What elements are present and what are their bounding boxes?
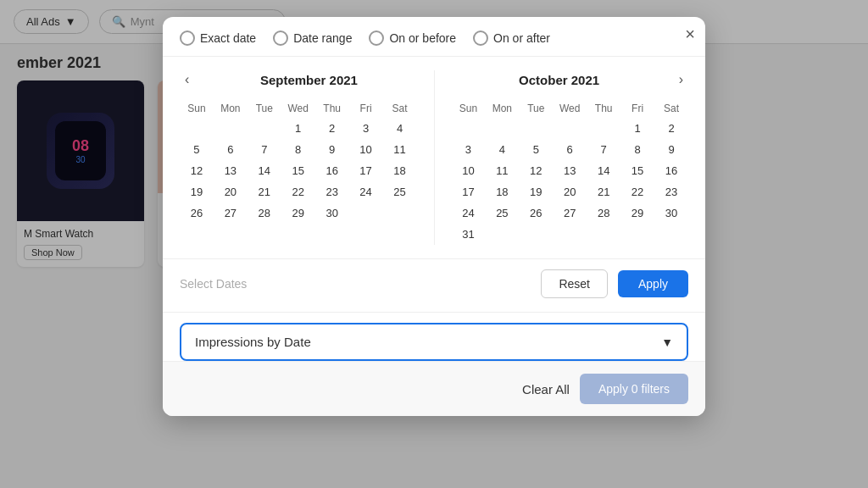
cal-day[interactable]: 28 [587, 202, 620, 224]
sep-dow-thu: Thu [315, 99, 349, 118]
cal-empty [485, 118, 519, 139]
sep-dow-sun: Sun [180, 99, 214, 118]
cal-day[interactable]: 25 [383, 181, 417, 202]
oct-dow-mon: Mon [485, 99, 519, 118]
radio-after-label: On or after [493, 31, 550, 45]
cal-day[interactable]: 26 [180, 202, 214, 224]
cal-day[interactable]: 12 [180, 160, 214, 181]
cal-day[interactable]: 8 [281, 139, 315, 160]
cal-day[interactable]: 7 [587, 139, 620, 160]
oct-month: October [519, 73, 568, 87]
cal-day[interactable]: 4 [383, 118, 417, 139]
cal-day[interactable]: 1 [281, 118, 315, 139]
radio-before-circle [369, 30, 384, 46]
cal-day[interactable]: 27 [214, 202, 248, 224]
cal-day[interactable]: 15 [620, 160, 654, 181]
cal-day[interactable]: 17 [349, 160, 383, 181]
cal-day[interactable]: 10 [452, 160, 486, 181]
cal-day[interactable]: 9 [654, 139, 688, 160]
sep-dow-fri: Fri [349, 99, 383, 118]
radio-exact-circle [180, 30, 195, 46]
apply-button[interactable]: Apply [618, 270, 688, 297]
cal-day[interactable]: 5 [519, 139, 553, 160]
oct-header: October 2021 › [452, 70, 689, 89]
cal-day[interactable]: 7 [248, 139, 281, 160]
cal-empty [553, 118, 587, 139]
cal-day[interactable]: 30 [654, 202, 688, 224]
cal-day[interactable]: 23 [315, 181, 349, 202]
cal-day[interactable]: 23 [654, 181, 688, 202]
cal-day[interactable]: 22 [620, 181, 654, 202]
cal-day[interactable]: 20 [553, 181, 587, 202]
cal-day[interactable]: 20 [214, 181, 248, 202]
cal-day[interactable]: 31 [452, 224, 486, 245]
cal-day[interactable]: 19 [180, 181, 214, 202]
cal-day[interactable]: 13 [214, 160, 248, 181]
sep-prev-button[interactable]: ‹ [180, 70, 194, 89]
radio-range-circle [273, 30, 288, 46]
cal-day[interactable]: 18 [383, 160, 417, 181]
cal-day[interactable]: 14 [248, 160, 281, 181]
cal-day[interactable]: 17 [452, 181, 486, 202]
cal-day[interactable]: 1 [620, 118, 654, 139]
date-type-row: Exact date Date range On or before On or… [163, 17, 705, 57]
apply-filters-button[interactable]: Apply 0 filters [580, 374, 688, 404]
cal-day[interactable]: 6 [214, 139, 248, 160]
cal-day[interactable]: 2 [654, 118, 688, 139]
impressions-dropdown[interactable]: Impressions by Date ▼ [180, 323, 688, 361]
oct-next-button[interactable]: › [674, 70, 688, 89]
cal-day[interactable]: 3 [452, 139, 486, 160]
clear-all-button[interactable]: Clear All [522, 382, 570, 396]
cal-day[interactable]: 11 [485, 160, 519, 181]
cal-day[interactable]: 24 [452, 202, 486, 224]
cal-day[interactable]: 27 [553, 202, 587, 224]
radio-date-range[interactable]: Date range [273, 30, 352, 46]
oct-dow-sat: Sat [654, 99, 688, 118]
cal-day[interactable]: 5 [180, 139, 214, 160]
cal-day[interactable]: 15 [281, 160, 315, 181]
radio-exact-date[interactable]: Exact date [180, 30, 256, 46]
cal-empty [452, 118, 486, 139]
cal-day[interactable]: 4 [485, 139, 519, 160]
date-picker-modal: Exact date Date range On or before On or… [163, 17, 705, 416]
cal-day[interactable]: 26 [519, 202, 553, 224]
close-button[interactable]: × [685, 25, 695, 42]
calendar-october: October 2021 › Sun Mon Tue Wed [452, 70, 689, 245]
cal-day[interactable]: 13 [553, 160, 587, 181]
cal-day[interactable]: 6 [553, 139, 587, 160]
cal-day[interactable]: 16 [315, 160, 349, 181]
cal-day[interactable]: 21 [587, 181, 620, 202]
cal-day[interactable]: 28 [248, 202, 281, 224]
cal-day[interactable]: 9 [315, 139, 349, 160]
cal-day[interactable]: 25 [485, 202, 519, 224]
cal-day[interactable]: 11 [383, 139, 417, 160]
cal-day[interactable]: 3 [349, 118, 383, 139]
calendar-september: ‹ September 2021 Sun Mon Tue Wed [180, 70, 417, 245]
cal-day[interactable]: 10 [349, 139, 383, 160]
cal-day[interactable]: 2 [315, 118, 349, 139]
cal-day[interactable]: 30 [315, 202, 349, 224]
cal-day[interactable]: 16 [654, 160, 688, 181]
cal-day[interactable]: 18 [485, 181, 519, 202]
cal-day[interactable]: 12 [519, 160, 553, 181]
reset-button[interactable]: Reset [541, 269, 608, 298]
radio-exact-label: Exact date [200, 31, 256, 45]
radio-on-or-after[interactable]: On or after [473, 30, 550, 46]
cal-day[interactable]: 24 [349, 181, 383, 202]
radio-before-label: On or before [389, 31, 456, 45]
oct-year: 2021 [571, 73, 599, 87]
cal-day[interactable]: 29 [281, 202, 315, 224]
sep-header: ‹ September 2021 [180, 70, 417, 89]
cal-day[interactable]: 22 [281, 181, 315, 202]
oct-dow-thu: Thu [587, 99, 620, 118]
calendar-section: ‹ September 2021 Sun Mon Tue Wed [163, 57, 705, 258]
oct-dow-fri: Fri [620, 99, 654, 118]
cal-day[interactable]: 19 [519, 181, 553, 202]
cal-day[interactable]: 21 [248, 181, 281, 202]
cal-day[interactable]: 29 [620, 202, 654, 224]
cal-day[interactable]: 8 [620, 139, 654, 160]
cal-empty [248, 118, 281, 139]
radio-on-or-before[interactable]: On or before [369, 30, 456, 46]
cal-day[interactable]: 14 [587, 160, 620, 181]
cal-empty [654, 224, 688, 245]
